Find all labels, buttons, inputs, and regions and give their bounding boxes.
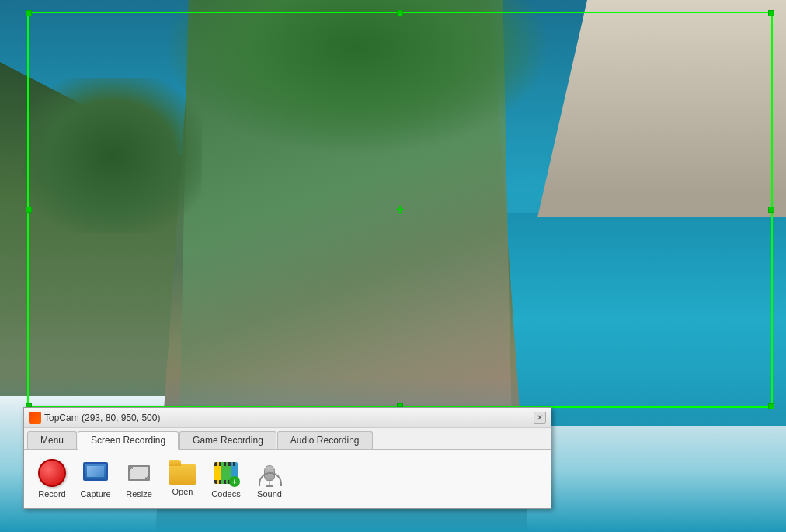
folder-graphic bbox=[169, 464, 196, 485]
capture-icon bbox=[82, 459, 110, 487]
titlebar-left: TopCam (293, 80, 950, 500) bbox=[29, 412, 160, 424]
sound-label: Sound bbox=[257, 489, 282, 499]
codecs-button[interactable]: + Codecs bbox=[206, 456, 246, 502]
toolbar-window: TopCam (293, 80, 950, 500) ✕ Menu Screen… bbox=[23, 407, 551, 509]
record-button[interactable]: Record bbox=[32, 456, 72, 502]
toolbar-content: Record Capture ↗ ↙ Resize bbox=[24, 450, 551, 508]
resize-monitor-graphic: ↗ ↙ bbox=[128, 465, 150, 481]
tab-game-recording[interactable]: Game Recording bbox=[179, 431, 276, 449]
mic-base-graphic bbox=[266, 485, 273, 487]
capture-screen-graphic bbox=[83, 462, 108, 481]
record-label: Record bbox=[38, 489, 65, 499]
tab-audio-recording[interactable]: Audio Recording bbox=[277, 431, 373, 449]
resize-arrow-topleft: ↗ bbox=[128, 465, 134, 472]
titlebar: TopCam (293, 80, 950, 500) ✕ bbox=[24, 408, 551, 428]
open-button[interactable]: Open bbox=[162, 458, 203, 499]
codecs-icon: + bbox=[212, 459, 240, 487]
app-icon bbox=[29, 412, 41, 424]
resize-arrow-bottomright: ↙ bbox=[144, 474, 150, 481]
open-icon bbox=[169, 461, 196, 485]
foliage-left bbox=[23, 78, 202, 233]
mic-arc-graphic bbox=[259, 472, 282, 486]
plus-badge: + bbox=[229, 476, 240, 487]
microphone-graphic bbox=[264, 465, 275, 481]
sound-icon bbox=[256, 459, 283, 487]
open-label: Open bbox=[172, 487, 193, 496]
codecs-label: Codecs bbox=[211, 489, 240, 499]
record-icon bbox=[38, 459, 66, 487]
foliage-top bbox=[163, 0, 551, 155]
resize-button[interactable]: ↗ ↙ Resize bbox=[119, 456, 159, 502]
close-button[interactable]: ✕ bbox=[534, 412, 546, 424]
capture-button[interactable]: Capture bbox=[75, 456, 116, 502]
sound-button[interactable]: Sound bbox=[249, 456, 290, 502]
resize-label: Resize bbox=[126, 489, 152, 499]
window-title: TopCam (293, 80, 950, 500) bbox=[44, 412, 160, 423]
resize-icon: ↗ ↙ bbox=[125, 459, 153, 487]
capture-label: Capture bbox=[80, 489, 110, 499]
tabs-bar: Menu Screen Recording Game Recording Aud… bbox=[24, 428, 551, 450]
tab-menu[interactable]: Menu bbox=[27, 431, 77, 449]
resize-wrapper: ↗ ↙ bbox=[125, 461, 153, 485]
tab-screen-recording[interactable]: Screen Recording bbox=[78, 431, 179, 450]
